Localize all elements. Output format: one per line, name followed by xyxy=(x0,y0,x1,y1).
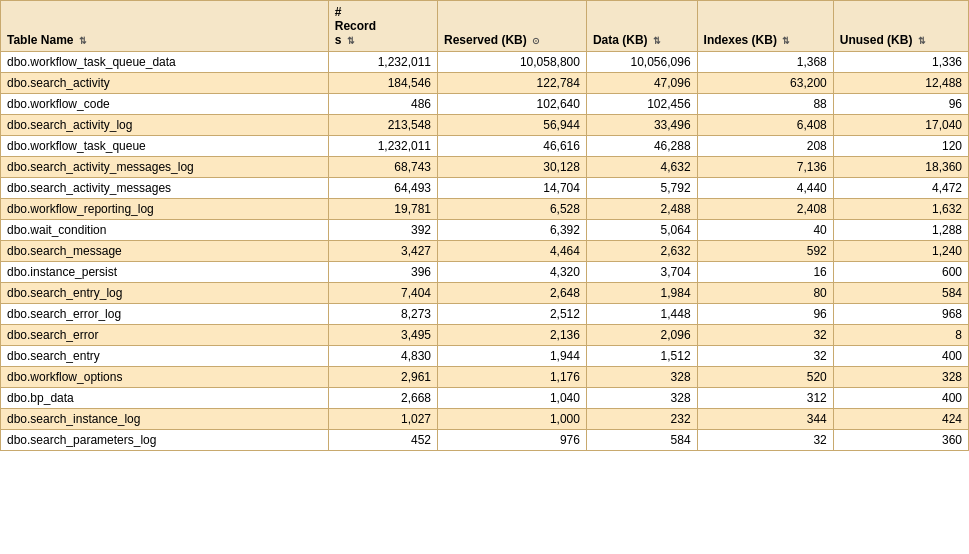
cell-reserved: 14,704 xyxy=(438,178,587,199)
cell-unused: 1,336 xyxy=(833,52,968,73)
cell-records: 486 xyxy=(328,94,437,115)
cell-data: 232 xyxy=(586,409,697,430)
cell-indexes: 32 xyxy=(697,430,833,451)
cell-name: dbo.search_entry xyxy=(1,346,329,367)
cell-data: 2,632 xyxy=(586,241,697,262)
table-row: dbo.workflow_reporting_log19,7816,5282,4… xyxy=(1,199,969,220)
cell-reserved: 1,944 xyxy=(438,346,587,367)
table-row: dbo.search_activity_messages64,49314,704… xyxy=(1,178,969,199)
table-row: dbo.search_parameters_log45297658432360 xyxy=(1,430,969,451)
cell-unused: 1,632 xyxy=(833,199,968,220)
cell-name: dbo.search_activity_messages_log xyxy=(1,157,329,178)
cell-name: dbo.workflow_task_queue_data xyxy=(1,52,329,73)
cell-unused: 8 xyxy=(833,325,968,346)
table-row: dbo.workflow_code486102,640102,4568896 xyxy=(1,94,969,115)
cell-data: 10,056,096 xyxy=(586,52,697,73)
cell-indexes: 63,200 xyxy=(697,73,833,94)
cell-unused: 120 xyxy=(833,136,968,157)
sort-icon-name[interactable]: ⇅ xyxy=(79,36,87,46)
cell-indexes: 520 xyxy=(697,367,833,388)
cell-data: 2,488 xyxy=(586,199,697,220)
cell-reserved: 2,136 xyxy=(438,325,587,346)
cell-name: dbo.search_message xyxy=(1,241,329,262)
cell-records: 19,781 xyxy=(328,199,437,220)
cell-indexes: 40 xyxy=(697,220,833,241)
cell-unused: 424 xyxy=(833,409,968,430)
cell-name: dbo.workflow_reporting_log xyxy=(1,199,329,220)
cell-records: 213,548 xyxy=(328,115,437,136)
table-row: dbo.search_activity_messages_log68,74330… xyxy=(1,157,969,178)
sort-icon-unused[interactable]: ⇅ xyxy=(918,36,926,46)
cell-reserved: 30,128 xyxy=(438,157,587,178)
cell-data: 328 xyxy=(586,367,697,388)
cell-data: 2,096 xyxy=(586,325,697,346)
cell-indexes: 344 xyxy=(697,409,833,430)
table-row: dbo.workflow_options2,9611,176328520328 xyxy=(1,367,969,388)
table-row: dbo.instance_persist3964,3203,70416600 xyxy=(1,262,969,283)
sort-icon-indexes[interactable]: ⇅ xyxy=(782,36,790,46)
cell-reserved: 4,320 xyxy=(438,262,587,283)
cell-reserved: 102,640 xyxy=(438,94,587,115)
cell-records: 1,027 xyxy=(328,409,437,430)
cell-data: 33,496 xyxy=(586,115,697,136)
cell-records: 1,232,011 xyxy=(328,136,437,157)
cell-name: dbo.search_parameters_log xyxy=(1,430,329,451)
cell-indexes: 32 xyxy=(697,325,833,346)
cell-records: 3,427 xyxy=(328,241,437,262)
cell-reserved: 6,528 xyxy=(438,199,587,220)
col-label-name: Table Name xyxy=(7,33,73,47)
cell-data: 328 xyxy=(586,388,697,409)
col-header-records[interactable]: #Records ⇅ xyxy=(328,1,437,52)
col-header-data[interactable]: Data (KB) ⇅ xyxy=(586,1,697,52)
cell-indexes: 88 xyxy=(697,94,833,115)
col-header-reserved[interactable]: Reserved (KB) ⊙ xyxy=(438,1,587,52)
cell-records: 7,404 xyxy=(328,283,437,304)
col-header-indexes[interactable]: Indexes (KB) ⇅ xyxy=(697,1,833,52)
cell-name: dbo.bp_data xyxy=(1,388,329,409)
table-row: dbo.search_activity_log213,54856,94433,4… xyxy=(1,115,969,136)
cell-indexes: 7,136 xyxy=(697,157,833,178)
cell-name: dbo.search_instance_log xyxy=(1,409,329,430)
cell-reserved: 1,000 xyxy=(438,409,587,430)
cell-data: 46,288 xyxy=(586,136,697,157)
table-row: dbo.search_instance_log1,0271,0002323444… xyxy=(1,409,969,430)
cell-name: dbo.workflow_task_queue xyxy=(1,136,329,157)
sort-icon-reserved[interactable]: ⊙ xyxy=(532,36,540,46)
cell-unused: 96 xyxy=(833,94,968,115)
cell-records: 184,546 xyxy=(328,73,437,94)
cell-indexes: 6,408 xyxy=(697,115,833,136)
cell-unused: 584 xyxy=(833,283,968,304)
cell-indexes: 96 xyxy=(697,304,833,325)
cell-data: 102,456 xyxy=(586,94,697,115)
cell-reserved: 56,944 xyxy=(438,115,587,136)
cell-indexes: 592 xyxy=(697,241,833,262)
cell-indexes: 4,440 xyxy=(697,178,833,199)
cell-data: 4,632 xyxy=(586,157,697,178)
sort-icon-data[interactable]: ⇅ xyxy=(653,36,661,46)
cell-records: 3,495 xyxy=(328,325,437,346)
cell-indexes: 16 xyxy=(697,262,833,283)
cell-indexes: 32 xyxy=(697,346,833,367)
cell-indexes: 208 xyxy=(697,136,833,157)
col-header-unused[interactable]: Unused (KB) ⇅ xyxy=(833,1,968,52)
cell-unused: 360 xyxy=(833,430,968,451)
cell-indexes: 1,368 xyxy=(697,52,833,73)
cell-unused: 400 xyxy=(833,388,968,409)
cell-indexes: 312 xyxy=(697,388,833,409)
table-row: dbo.search_entry4,8301,9441,51232400 xyxy=(1,346,969,367)
cell-data: 1,512 xyxy=(586,346,697,367)
col-header-name[interactable]: Table Name ⇅ xyxy=(1,1,329,52)
cell-reserved: 2,648 xyxy=(438,283,587,304)
cell-data: 1,448 xyxy=(586,304,697,325)
cell-name: dbo.search_activity xyxy=(1,73,329,94)
cell-unused: 400 xyxy=(833,346,968,367)
cell-unused: 18,360 xyxy=(833,157,968,178)
table-row: dbo.workflow_task_queue1,232,01146,61646… xyxy=(1,136,969,157)
cell-records: 68,743 xyxy=(328,157,437,178)
sort-icon-records[interactable]: ⇅ xyxy=(347,36,355,46)
cell-name: dbo.workflow_code xyxy=(1,94,329,115)
table-row: dbo.search_error3,4952,1362,096328 xyxy=(1,325,969,346)
col-label-data: Data (KB) xyxy=(593,33,648,47)
cell-records: 392 xyxy=(328,220,437,241)
cell-reserved: 1,040 xyxy=(438,388,587,409)
